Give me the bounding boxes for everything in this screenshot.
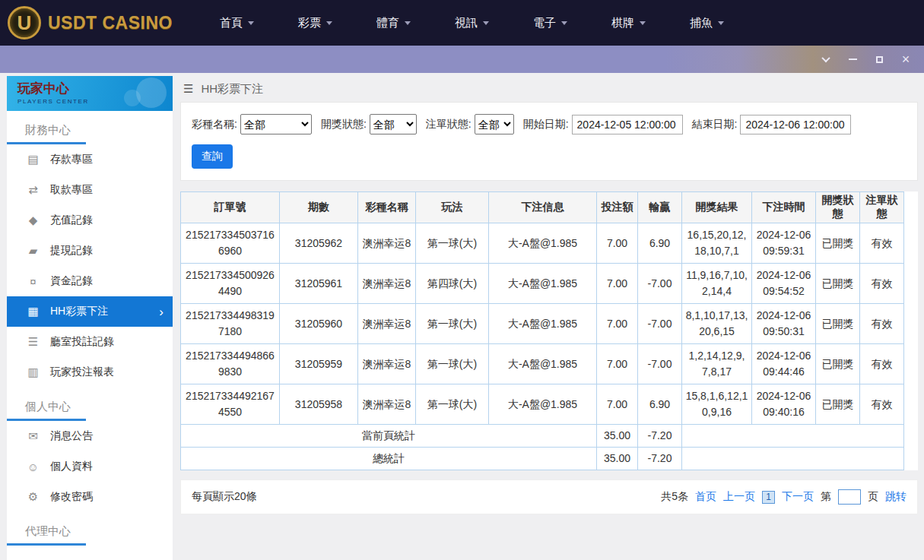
gear-icon: ⚙: [27, 490, 40, 504]
end-date-label: 結束日期:: [692, 118, 738, 131]
chevron-down-icon: [821, 54, 830, 62]
cell-win-loss: -7.00: [638, 344, 682, 384]
table-row: 215217334492167455031205958澳洲幸运8第一球(大)大-…: [181, 384, 904, 425]
table-body: 215217334503716696031205962澳洲幸运8第一球(大)大-…: [181, 223, 904, 470]
section-header-finance-center: 財務中心: [7, 111, 173, 144]
next-page-link[interactable]: 下一页: [782, 490, 814, 504]
person-icon: ☺: [27, 460, 40, 473]
lottery-bet-icon: ▦: [27, 305, 40, 318]
nav-item-fishing[interactable]: 捕魚: [690, 16, 724, 30]
summary-empty: [682, 448, 904, 470]
cell-lottery-name: 澳洲幸运8: [358, 264, 416, 304]
cell-lottery-name: 澳洲幸运8: [358, 223, 416, 264]
chevron-down-icon: [405, 21, 411, 25]
cell-draw-result: 16,15,20,12,18,10,7,1: [682, 223, 752, 264]
first-page-link[interactable]: 首页: [695, 490, 716, 504]
sidebar-item-fund-records[interactable]: ¤資金記錄: [7, 266, 173, 296]
summary-winloss-total: -7.20: [638, 425, 682, 448]
cell-play-type: 第一球(大): [416, 304, 489, 344]
cell-play-type: 第四球(大): [416, 264, 489, 304]
hamburger-menu-icon[interactable]: ☰: [183, 82, 193, 96]
current-page-indicator[interactable]: 1: [762, 491, 775, 504]
column-header-bet-info: 下注信息: [489, 192, 597, 223]
deposit-icon: ▤: [27, 153, 40, 166]
cell-draw-result: 15,8,1,6,12,10,9,16: [682, 384, 752, 425]
cell-draw-result: 11,9,16,7,10,2,14,4: [682, 264, 752, 304]
cell-draw-status: 已開獎: [816, 344, 860, 384]
cell-draw-result: 8,1,10,17,13,20,6,15: [682, 304, 752, 344]
nav-item-lottery[interactable]: 彩票: [298, 16, 332, 30]
sidebar-item-label: HH彩票下注: [50, 305, 108, 318]
lottery-type-label: 彩種名稱:: [192, 118, 237, 131]
table-row: 215217334494866983031205959澳洲幸运8第一球(大)大-…: [181, 344, 904, 384]
sidebar-item-label: 取款專區: [50, 183, 93, 197]
sidebar-item-withdraw-zone[interactable]: ⇄取款專區: [7, 175, 173, 205]
cell-period: 31205958: [280, 384, 358, 425]
chevron-down-icon: [326, 21, 332, 25]
sidebar-item-hall-bet-records[interactable]: ☰廳室投註記錄: [7, 327, 173, 357]
close-icon: ×: [902, 52, 910, 66]
nav-item-label: 彩票: [298, 16, 321, 30]
cell-lottery-name: 澳洲幸运8: [358, 344, 416, 384]
cell-order-no: 2152173344948669830: [181, 344, 280, 384]
sidebar-item-change-password[interactable]: ⚙修改密碼: [7, 482, 173, 512]
sidebar-title: 玩家中心: [17, 80, 173, 97]
nav-item-slots[interactable]: 電子: [533, 16, 567, 30]
nav-item-home[interactable]: 首頁: [220, 16, 254, 30]
window-close-button[interactable]: ×: [900, 53, 912, 65]
per-page-label: 每頁顯示20條: [192, 490, 257, 504]
prev-page-link[interactable]: 上一页: [723, 490, 755, 504]
start-date-input[interactable]: [572, 115, 683, 134]
table-row: 215217334500926449031205961澳洲幸运8第四球(大)大-…: [181, 264, 904, 304]
sidebar-item-hh-lottery-bets[interactable]: ▦HH彩票下注›: [7, 296, 173, 327]
sidebar-item-deposit-zone[interactable]: ▤存款專區: [7, 144, 173, 175]
order-status-select[interactable]: 全部: [475, 114, 514, 134]
filter-row: 彩種名稱: 全部 開獎狀態: 全部 注單狀態: 全部 開始日期: 結束日期:: [192, 114, 907, 134]
start-date-label: 開始日期:: [523, 118, 569, 131]
draw-status-select[interactable]: 全部: [370, 114, 417, 134]
cell-period: 31205959: [280, 344, 358, 384]
lottery-type-select[interactable]: 全部: [240, 114, 312, 134]
cell-bet-amount: 7.00: [597, 384, 638, 425]
sidebar-item-recharge-records[interactable]: ◆充值記錄: [7, 205, 173, 236]
jump-button[interactable]: 跳转: [885, 490, 907, 504]
top-nav-menu: 首頁彩票體育視訊電子棋牌捕魚: [220, 16, 724, 30]
total-count-label: 共5条: [661, 490, 688, 504]
cell-bet-info: 大-A盤@1.985: [489, 223, 597, 264]
sidebar-item-label: 修改密碼: [50, 490, 93, 504]
sidebar-item-withdrawal-records[interactable]: ▰提現記錄: [7, 236, 173, 266]
column-header-period: 期數: [280, 192, 358, 223]
cashout-icon: ▰: [27, 244, 40, 258]
cell-lottery-name: 澳洲幸运8: [358, 384, 416, 425]
window-maximize-button[interactable]: [873, 53, 885, 65]
nav-item-sports[interactable]: 體育: [376, 16, 411, 30]
cell-bet-time: 2024-12-06 09:40:16: [752, 384, 816, 425]
sidebar-item-profile[interactable]: ☺個人資料: [7, 451, 173, 482]
recharge-icon: ◆: [27, 214, 40, 227]
cell-play-type: 第一球(大): [416, 384, 489, 425]
window-collapse-button[interactable]: [820, 53, 832, 65]
draw-status-label: 開獎狀態:: [321, 118, 367, 131]
table-header-row: 訂單號期數彩種名稱玩法下注信息投注額輸贏開獎結果下注時間開獎狀態注單狀態: [181, 192, 904, 223]
sidebar-item-announcements[interactable]: ✉消息公告: [7, 421, 173, 451]
nav-item-live-video[interactable]: 視訊: [455, 16, 489, 30]
report-icon: ▥: [27, 365, 40, 379]
page-jump-input[interactable]: [838, 489, 861, 505]
sidebar-item-player-bet-report[interactable]: ▥玩家投注報表: [7, 357, 173, 388]
main-panel: ☰ HH彩票下注 彩種名稱: 全部 開獎狀態: 全部 注單狀態: 全部 開始日期…: [180, 76, 918, 560]
summary-bet-total: 35.00: [597, 425, 638, 448]
cell-order-status: 有效: [860, 304, 904, 344]
chevron-down-icon: [718, 21, 724, 25]
column-header-bet-time: 下注時間: [752, 192, 816, 223]
nav-item-card-games[interactable]: 棋牌: [611, 16, 646, 30]
chevron-right-icon: ›: [159, 305, 164, 318]
bets-table-panel: 訂單號期數彩種名稱玩法下注信息投注額輸贏開獎結果下注時間開獎狀態注單狀態 215…: [180, 191, 918, 470]
end-date-input[interactable]: [740, 115, 851, 134]
usdt-casino-logo[interactable]: U USDT CASINO: [8, 6, 173, 40]
sidebar-item-label: 廳室投註記錄: [50, 335, 114, 349]
breadcrumb: ☰ HH彩票下注: [180, 76, 918, 102]
summary-row: 當前頁統計35.00-7.20: [181, 425, 904, 448]
search-button[interactable]: 查詢: [192, 144, 233, 169]
chevron-down-icon: [561, 21, 567, 25]
window-minimize-button[interactable]: [846, 53, 859, 65]
